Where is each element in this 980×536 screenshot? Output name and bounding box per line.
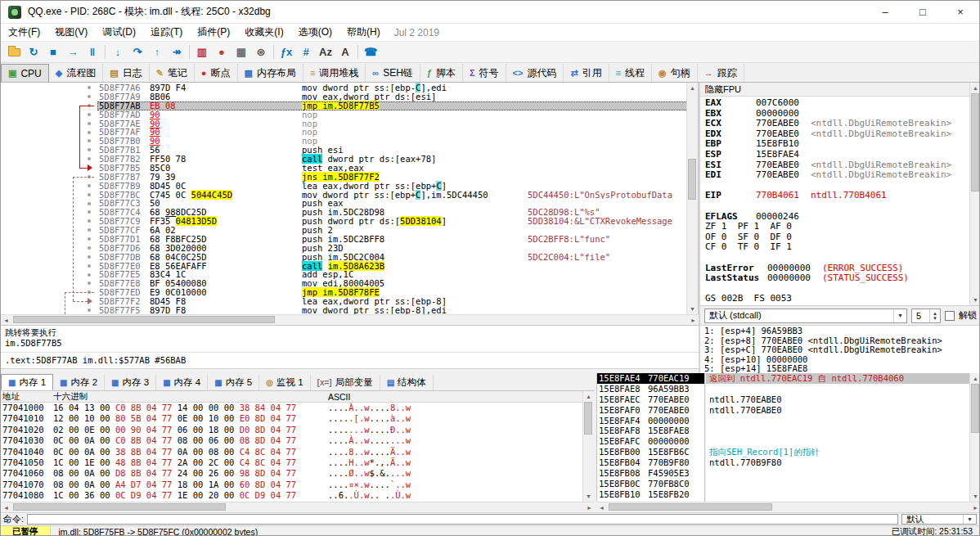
step-out-icon[interactable]: ↑ <box>147 43 167 61</box>
scroll-track[interactable] <box>687 93 698 304</box>
settings-icon[interactable]: ⊛ <box>251 43 271 61</box>
breakpoint-dot[interactable] <box>88 157 91 160</box>
breakpoint-dot[interactable] <box>88 139 91 142</box>
breakpoint-dot[interactable] <box>88 193 91 196</box>
breakpoint-dot[interactable] <box>88 86 91 89</box>
scroll-down-icon[interactable]: ▼ <box>687 304 698 314</box>
menu-item[interactable]: 选项(O) <box>291 24 339 41</box>
calling-convention-combo[interactable]: 默认 (stdcall) ▼ <box>704 309 907 323</box>
dump-row[interactable]: 7704100016 04 13 00 C0 8B 04 77 14 00 00… <box>1 403 582 413</box>
stack-row[interactable]: 15E8FB04770B9F80 <box>597 457 704 468</box>
stack-comment-row[interactable] <box>706 479 969 489</box>
tab-references[interactable]: ⇄引用 <box>564 64 609 82</box>
dump-row[interactable]: 770410400C 00 0A 00 38 8B 04 77 0A 00 08… <box>1 447 582 457</box>
stack-comment-row[interactable]: 返回到 ntdll.770EAC19 自 ntdll.770B4060 <box>706 373 969 384</box>
command-profile-combo[interactable]: 默认 ▼ <box>901 514 977 525</box>
breakpoint-dot[interactable] <box>88 148 91 151</box>
scroll-left-icon[interactable]: ◄ <box>1 315 11 325</box>
breakpoint-dot[interactable] <box>88 228 91 232</box>
stack-comment-row[interactable] <box>706 416 969 426</box>
breakpoint-dot[interactable] <box>88 184 91 187</box>
stack-comment-row[interactable] <box>706 426 969 436</box>
stack-row[interactable]: 15E8FAEC770EABE0 <box>597 394 704 405</box>
scroll-up-icon[interactable]: ▲ <box>970 83 980 93</box>
breakpoint-dot[interactable] <box>88 309 91 312</box>
tab-call-stack[interactable]: ≡调用堆栈 <box>303 64 366 82</box>
tab-script[interactable]: ƒ脚本 <box>420 64 463 82</box>
command-input[interactable] <box>27 514 898 525</box>
pause-icon[interactable]: ‖ <box>83 43 102 61</box>
scroll-track[interactable] <box>970 93 980 295</box>
stack-row[interactable]: 15E8FAFC00000000 <box>597 436 704 447</box>
scroll-thumb[interactable] <box>13 503 226 511</box>
dump-header-address[interactable]: 地址 <box>1 391 53 403</box>
scroll-track[interactable] <box>970 384 980 491</box>
disassembly-vscrollbar[interactable]: ▲ ▼ <box>686 83 698 314</box>
tab-notes[interactable]: ✎笔记 <box>150 64 195 82</box>
stack-row[interactable]: 15E8FAF400000000 <box>597 416 704 426</box>
scroll-left-icon[interactable]: ◄ <box>1 502 11 512</box>
scroll-right-icon[interactable]: ► <box>970 502 980 512</box>
argument-row[interactable]: 5: [esp+14] 15E8FAE8 <box>704 364 980 373</box>
tab-struct[interactable]: ▤结构体 <box>380 374 434 390</box>
memory-map-icon[interactable]: ▦ <box>232 43 251 61</box>
dump-header-ascii[interactable]: ASCII <box>328 392 582 402</box>
breakpoints-icon[interactable]: ● <box>212 43 232 61</box>
stack-comment-row[interactable]: ntdll.770EABE0 <box>706 394 969 405</box>
breakpoint-dot[interactable] <box>88 237 91 241</box>
restart-icon[interactable]: ↻ <box>24 43 43 61</box>
disasm-row[interactable]: 5D8F77AD90nop <box>1 110 698 119</box>
tab-dump-3[interactable]: ▦内存 3 <box>105 374 156 390</box>
scroll-track[interactable] <box>11 315 688 325</box>
scylla-icon[interactable]: ☎ <box>361 43 380 61</box>
dump-header-hex[interactable]: 十六进制 <box>53 391 328 403</box>
tab-threads[interactable]: ≡线程 <box>609 64 652 82</box>
menu-item[interactable]: 插件(P) <box>190 24 237 41</box>
scroll-track[interactable] <box>583 402 594 491</box>
tab-symbols[interactable]: Σ符号 <box>463 64 506 82</box>
scroll-up-icon[interactable]: ▲ <box>687 83 698 93</box>
menu-item[interactable]: 视图(V) <box>47 24 95 41</box>
stack-comments[interactable]: 返回到 ntdll.770EAC19 自 ntdll.770B4060ntdll… <box>706 373 969 502</box>
breakpoint-dot[interactable] <box>88 202 91 205</box>
scroll-thumb[interactable] <box>609 503 772 511</box>
dump-row[interactable]: 7704102002 00 0E 00 00 90 04 77 06 00 18… <box>1 425 582 435</box>
register-row[interactable]: ECX770EABE0<ntdll.DbgUiRemoteBreakin> <box>705 119 980 129</box>
scroll-left-icon[interactable]: ◄ <box>596 502 607 512</box>
disassembly-hscrollbar[interactable]: ◄ ► <box>1 314 699 325</box>
tab-watch-1[interactable]: ◎监视 1 <box>259 374 310 390</box>
stack-comment-row[interactable] <box>706 489 969 500</box>
stop-icon[interactable]: ■ <box>43 43 63 61</box>
breakpoint-dot[interactable] <box>88 246 91 250</box>
registers-vscrollbar[interactable]: ▲ ▼ <box>969 83 980 305</box>
unlock-checkbox[interactable] <box>945 311 955 321</box>
menu-item[interactable]: 文件(F) <box>1 24 47 41</box>
stack-comment-row[interactable] <box>706 468 969 479</box>
dump-hscrollbar[interactable]: ◄ ► <box>1 502 595 512</box>
chevron-down-icon[interactable]: ▼ <box>893 309 906 322</box>
disasm-row[interactable]: 5D8F77DB68 04C0C25Dpush im.5DC2C0045DC2C… <box>1 253 698 262</box>
dump-row[interactable]: 770410801C 00 36 00 0C D9 04 77 1E 00 20… <box>1 490 582 501</box>
dump-row[interactable]: 7704101012 00 10 00 80 5B 04 77 0E 00 10… <box>1 413 582 424</box>
arguments-panel[interactable]: 1: [esp+4] 96A59BB32: [esp+8] 770EABE0 <… <box>699 325 980 373</box>
register-row[interactable]: ESP15E8FAE4 <box>705 150 980 160</box>
dump-row[interactable]: 770410300C 00 0A 00 C0 8B 04 77 08 00 06… <box>1 435 582 446</box>
tab-dump-2[interactable]: ▦内存 2 <box>53 374 105 390</box>
stack-row[interactable]: 15E8FAF0770EABE0 <box>597 405 704 416</box>
tab-graph[interactable]: ◈流程图 <box>49 64 103 82</box>
stack-row[interactable]: 15E8FB08F45905E3 <box>597 468 704 479</box>
breakpoint-dot[interactable] <box>88 166 91 169</box>
register-row[interactable] <box>705 201 980 212</box>
scroll-right-icon[interactable]: ► <box>584 502 595 512</box>
argument-row[interactable]: 3: [esp+C] 770EABE0 <ntdll.DbgUiRemoteBr… <box>704 345 980 355</box>
hide-fpu-button[interactable]: 隐藏FPU <box>700 83 980 97</box>
stepper-arrows-icon[interactable]: ▲▼ <box>929 309 940 322</box>
scroll-right-icon[interactable]: ► <box>688 315 699 325</box>
scroll-down-icon[interactable]: ▼ <box>970 295 980 305</box>
maximize-button[interactable]: □ <box>904 1 942 23</box>
tab-dump-4[interactable]: ▦内存 4 <box>156 374 208 390</box>
register-row[interactable] <box>705 253 980 263</box>
step-into-icon[interactable]: ↓ <box>108 43 128 61</box>
scroll-up-icon[interactable]: ▲ <box>970 373 980 384</box>
arg-count-stepper[interactable]: 5 ▲▼ <box>911 309 941 323</box>
